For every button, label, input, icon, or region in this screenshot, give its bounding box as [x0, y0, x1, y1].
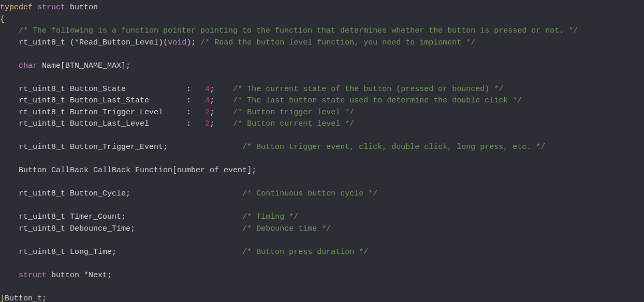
semicolon: ;: [107, 271, 112, 280]
type: rt_uint8_t: [19, 189, 70, 198]
identifier: Next: [89, 271, 107, 280]
blank-line: [0, 130, 644, 142]
code-line: Button_CallBack CallBack_Function[number…: [0, 165, 644, 177]
star: *: [84, 271, 89, 280]
semicolon: ;: [121, 213, 242, 221]
semicolon: ;: [252, 166, 256, 175]
field: Timer_Count: [70, 213, 121, 221]
code-line: /* The following is a function pointer p…: [0, 25, 644, 37]
blank-line: [0, 200, 644, 212]
identifier: BTN_NAME_MAX: [65, 62, 121, 70]
star: *: [75, 38, 79, 47]
code-line: rt_uint8_t Button_Last_State : 4; /* The…: [0, 95, 644, 107]
number: 4: [205, 96, 210, 105]
bracket: [: [172, 166, 177, 175]
code-line: rt_uint8_t Button_Cycle; /* Continuous b…: [0, 188, 644, 200]
comment: /* Continuous button cycle */: [242, 189, 377, 198]
number: 2: [205, 119, 210, 128]
type: rt_uint8_t: [19, 85, 70, 94]
field: Debounce_Time: [70, 224, 130, 233]
colon: :: [186, 108, 205, 117]
paren: ): [186, 38, 191, 47]
bracket: ]: [247, 166, 252, 175]
type: rt_uint8_t: [19, 38, 70, 47]
field: Long_Time: [70, 248, 112, 256]
type: rt_uint8_t: [19, 224, 70, 233]
comment: /* The following is a function pointer p…: [19, 26, 578, 35]
comment: /* Button press duration */: [242, 248, 368, 256]
keyword-typedef: typedef: [0, 3, 33, 12]
semicolon: ;: [126, 62, 130, 70]
func-name: Read_Button_Level: [79, 38, 158, 47]
blank-line: [0, 258, 644, 270]
bracket: ]: [121, 62, 126, 70]
identifier: button: [47, 271, 84, 280]
type: rt_uint8_t: [19, 108, 70, 117]
field: Button_Trigger_Level: [70, 108, 186, 117]
comment: /* Read the button level function, you n…: [196, 38, 475, 47]
number: 2: [205, 108, 210, 117]
comment: /* The current state of the button (pres…: [233, 85, 503, 94]
code-line: typedef struct button: [0, 2, 644, 14]
comment: /* Button trigger level */: [233, 108, 354, 117]
colon: :: [186, 96, 205, 105]
field: Button_Last_State: [70, 96, 186, 105]
semicolon: ;: [126, 189, 242, 198]
field: Button_Trigger_Event: [70, 143, 163, 152]
comment: /* The last button state used to determi…: [233, 96, 522, 105]
type: rt_uint8_t: [19, 248, 70, 256]
bracket: [: [61, 62, 65, 70]
paren: (: [163, 38, 168, 47]
code-editor[interactable]: typedef struct button { /* The following…: [0, 2, 644, 302]
code-line: }Button_t;: [0, 293, 644, 303]
type: Button_CallBack: [19, 166, 93, 175]
code-line: rt_uint8_t Button_State : 4; /* The curr…: [0, 84, 644, 96]
paren: (: [70, 38, 75, 47]
semicolon: ;: [42, 294, 47, 303]
blank-line: [0, 177, 644, 189]
comment: /* Timing */: [242, 213, 298, 221]
code-line: rt_uint8_t Button_Last_Level : 2; /* But…: [0, 118, 644, 130]
code-line: rt_uint8_t Button_Trigger_Event; /* Butt…: [0, 142, 644, 154]
blank-line: [0, 281, 644, 293]
typedef-name: Button_t: [5, 294, 42, 303]
field: Button_State: [70, 85, 186, 94]
type: rt_uint8_t: [19, 143, 70, 152]
identifier: number_of_event: [177, 166, 247, 175]
code-line: {: [0, 14, 644, 26]
keyword-struct: struct: [37, 3, 65, 12]
type: rt_uint8_t: [19, 213, 70, 221]
type: rt_uint8_t: [19, 96, 70, 105]
comment: /* Button trigger event, click, double c…: [242, 143, 545, 152]
blank-line: [0, 235, 644, 247]
keyword-struct: struct: [19, 271, 47, 280]
code-line: rt_uint8_t Debounce_Time; /* Debounce ti…: [0, 223, 644, 235]
identifier: Name: [37, 62, 61, 70]
struct-name: button: [65, 3, 98, 12]
open-brace: {: [0, 15, 5, 24]
code-line: char Name[BTN_NAME_MAX];: [0, 61, 644, 72]
code-line: rt_uint8_t Timer_Count; /* Timing */: [0, 212, 644, 223]
semicolon: ;: [130, 224, 242, 233]
semicolon: ;: [210, 85, 233, 94]
code-line: rt_uint8_t (*Read_Button_Level)(void); /…: [0, 37, 644, 49]
code-line: rt_uint8_t Button_Trigger_Level : 2; /* …: [0, 107, 644, 119]
blank-line: [0, 72, 644, 84]
semicolon: ;: [191, 38, 196, 47]
field: CallBack_Function: [93, 166, 172, 175]
paren: ): [158, 38, 163, 47]
comment: /* Debounce time */: [242, 224, 331, 233]
keyword-char: char: [19, 62, 37, 70]
colon: :: [186, 85, 205, 94]
colon: :: [186, 119, 205, 128]
close-brace: }: [0, 294, 5, 303]
field: Button_Cycle: [70, 189, 126, 198]
code-line: rt_uint8_t Long_Time; /* Button press du…: [0, 247, 644, 259]
type: rt_uint8_t: [19, 119, 70, 128]
field: Button_Last_Level: [70, 119, 186, 128]
number: 4: [205, 85, 210, 94]
blank-line: [0, 154, 644, 165]
code-line: struct button *Next;: [0, 270, 644, 282]
semicolon: ;: [210, 119, 233, 128]
semicolon: ;: [112, 248, 242, 256]
